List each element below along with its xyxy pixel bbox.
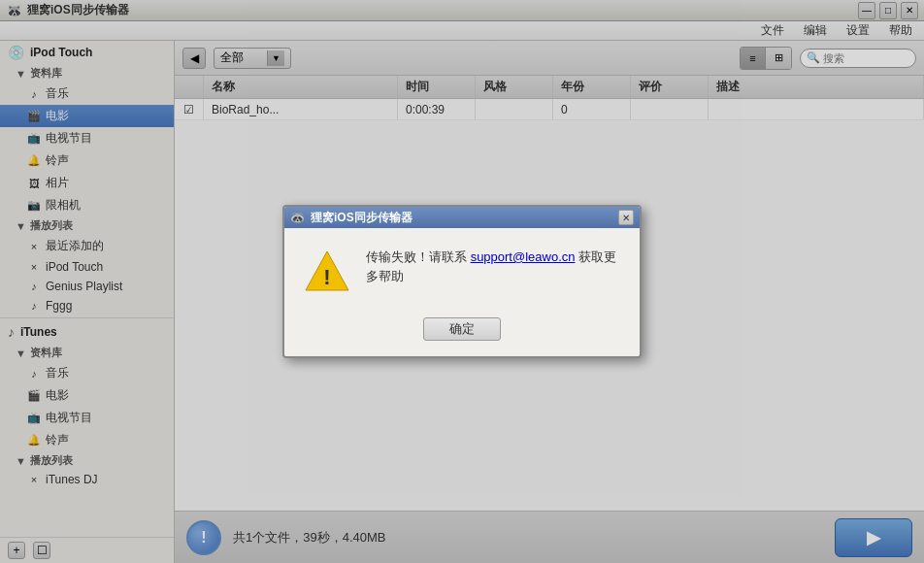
dialog-message-text: 传输失败！请联系 (366, 249, 467, 264)
dialog-message: 传输失败！请联系 support@leawo.cn 获取更多帮助 (366, 248, 620, 285)
dialog-title-icon: 🦝 (290, 211, 305, 224)
dialog-overlay: 🦝 狸窝iOS同步传输器 ✕ ! 传输失败！请联系 support@leawo.… (0, 0, 924, 563)
warning-icon: ! (304, 248, 350, 294)
svg-text:!: ! (323, 265, 330, 289)
dialog-body: ! 传输失败！请联系 support@leawo.cn 获取更多帮助 (284, 228, 640, 310)
dialog-title-bar: 🦝 狸窝iOS同步传输器 ✕ (284, 207, 640, 228)
dialog-ok-button[interactable]: 确定 (423, 317, 501, 341)
dialog-title: 狸窝iOS同步传输器 (311, 210, 612, 226)
dialog-footer: 确定 (284, 310, 640, 356)
dialog-close-button[interactable]: ✕ (618, 210, 634, 225)
dialog-link[interactable]: support@leawo.cn (471, 249, 576, 264)
error-dialog: 🦝 狸窝iOS同步传输器 ✕ ! 传输失败！请联系 support@leawo.… (282, 205, 642, 358)
